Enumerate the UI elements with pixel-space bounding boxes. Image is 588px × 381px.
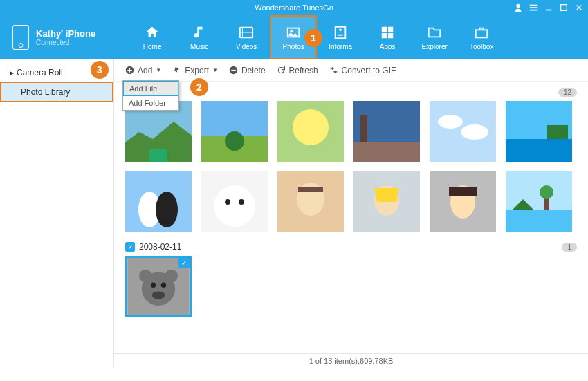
add-button[interactable]: Add▼ xyxy=(125,66,161,75)
group-date: 2008-02-11 xyxy=(139,242,181,252)
svg-rect-14 xyxy=(149,149,167,162)
photo-thumb[interactable]: ✓ xyxy=(125,256,192,317)
photo-thumb[interactable] xyxy=(430,101,496,162)
svg-rect-0 xyxy=(561,5,567,11)
svg-point-45 xyxy=(540,185,553,199)
nav-music[interactable]: Music xyxy=(176,15,223,59)
add-file-item[interactable]: Add File xyxy=(123,81,178,96)
svg-rect-9 xyxy=(388,32,393,37)
svg-point-24 xyxy=(438,115,463,129)
svg-point-50 xyxy=(152,291,165,299)
photo-thumb[interactable] xyxy=(201,171,268,232)
svg-point-33 xyxy=(214,185,255,227)
sidebar: ▸Camera Roll Photo Library xyxy=(0,59,114,367)
callout-2: 2 xyxy=(190,78,208,96)
toolbar: Add▼ Export▼ Delete Refresh Convert to G… xyxy=(114,59,588,82)
menu-icon[interactable] xyxy=(529,3,538,12)
export-button[interactable]: Export▼ xyxy=(172,66,218,75)
chevron-right-icon: ▸ xyxy=(10,68,14,77)
statusbar: 1 of 13 item(s),609.78KB xyxy=(114,353,588,367)
svg-rect-43 xyxy=(506,210,572,232)
nav-information[interactable]: Information xyxy=(317,15,364,59)
photo-thumb[interactable] xyxy=(125,171,192,232)
photo-thumb[interactable] xyxy=(506,171,572,232)
user-icon[interactable] xyxy=(513,3,523,12)
group-count: 1 xyxy=(562,243,577,252)
svg-point-35 xyxy=(239,199,244,205)
sidebar-item-photo-library[interactable]: Photo Library xyxy=(0,82,113,102)
callout-3: 3 xyxy=(91,61,109,79)
photo-thumb[interactable] xyxy=(353,171,420,232)
svg-rect-6 xyxy=(382,26,387,31)
svg-rect-28 xyxy=(547,125,568,139)
svg-rect-22 xyxy=(360,115,367,142)
nav-toolbox[interactable]: Toolbox xyxy=(458,15,505,59)
svg-rect-7 xyxy=(388,26,393,31)
svg-rect-42 xyxy=(506,171,572,210)
minimize-button[interactable] xyxy=(544,3,553,12)
callout-1: 1 xyxy=(304,29,322,47)
chevron-down-icon: ▼ xyxy=(212,67,218,73)
svg-point-51 xyxy=(139,270,152,283)
photo-thumb[interactable] xyxy=(201,101,268,162)
add-folder-item[interactable]: Add Folder xyxy=(123,96,178,110)
add-dropdown: Add File Add Folder xyxy=(122,80,179,111)
device-name: Kathy' iPhone xyxy=(36,28,95,39)
group-checkbox[interactable]: ✓ xyxy=(125,242,135,252)
selected-tick-icon: ✓ xyxy=(178,258,190,268)
nav-explorer[interactable]: Explorer xyxy=(411,15,458,59)
nav-home[interactable]: Home xyxy=(129,15,176,59)
svg-rect-15 xyxy=(201,101,268,136)
refresh-button[interactable]: Refresh xyxy=(277,66,318,75)
svg-point-25 xyxy=(461,124,488,140)
photo-thumb[interactable] xyxy=(277,171,344,232)
nav-videos[interactable]: Videos xyxy=(223,15,270,59)
svg-point-3 xyxy=(291,30,293,32)
close-button[interactable] xyxy=(574,3,584,12)
svg-point-48 xyxy=(151,282,156,287)
photo-thumb[interactable] xyxy=(506,101,572,162)
chevron-down-icon: ▼ xyxy=(156,67,161,73)
svg-point-49 xyxy=(161,282,166,287)
maximize-button[interactable] xyxy=(559,3,569,12)
app-title: Wondershare TunesGo xyxy=(255,3,333,12)
svg-rect-8 xyxy=(382,32,387,37)
phone-icon xyxy=(12,25,29,50)
svg-point-5 xyxy=(339,28,342,31)
photo-thumb[interactable] xyxy=(353,101,420,162)
svg-point-31 xyxy=(156,192,178,227)
device-status: Connected xyxy=(36,39,95,46)
photo-thumb[interactable] xyxy=(430,171,496,232)
photo-grid: 12 ✓2008-02-11 1 ✓ xyxy=(114,82,588,353)
device-info[interactable]: Kathy' iPhone Connected xyxy=(0,25,108,50)
svg-point-52 xyxy=(165,270,178,283)
svg-rect-21 xyxy=(353,142,420,162)
svg-point-19 xyxy=(293,109,329,145)
svg-rect-4 xyxy=(336,26,346,38)
convert-gif-button[interactable]: Convert to GIF xyxy=(329,66,396,75)
delete-button[interactable]: Delete xyxy=(229,66,266,75)
svg-point-17 xyxy=(225,131,244,151)
photo-thumb[interactable] xyxy=(277,101,344,162)
svg-point-34 xyxy=(225,199,230,205)
group-count: 12 xyxy=(558,88,577,97)
nav-apps[interactable]: Apps xyxy=(364,15,411,59)
svg-rect-10 xyxy=(476,30,488,37)
svg-rect-27 xyxy=(506,139,572,162)
